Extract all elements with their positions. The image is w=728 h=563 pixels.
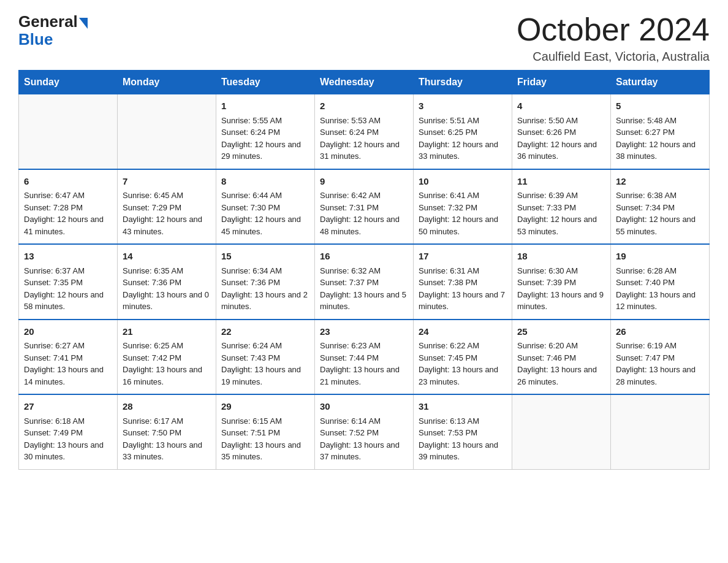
day-info: Sunrise: 6:37 AMSunset: 7:35 PMDaylight:…	[24, 265, 112, 313]
logo-general-text: General	[18, 12, 78, 31]
calendar-cell: 1Sunrise: 5:55 AMSunset: 6:24 PMDaylight…	[216, 94, 315, 169]
day-info: Sunrise: 6:47 AMSunset: 7:28 PMDaylight:…	[24, 190, 112, 237]
calendar-cell: 10Sunrise: 6:41 AMSunset: 7:32 PMDayligh…	[414, 169, 512, 245]
day-info: Sunrise: 6:23 AMSunset: 7:44 PMDaylight:…	[320, 340, 408, 388]
day-number: 28	[123, 400, 211, 414]
day-number: 15	[221, 250, 309, 264]
day-number: 11	[517, 175, 605, 189]
calendar-week-row: 20Sunrise: 6:27 AMSunset: 7:41 PMDayligh…	[19, 320, 710, 395]
day-info: Sunrise: 6:35 AMSunset: 7:36 PMDaylight:…	[123, 265, 211, 313]
day-number: 30	[320, 400, 408, 414]
calendar-cell: 27Sunrise: 6:18 AMSunset: 7:49 PMDayligh…	[19, 394, 118, 469]
day-info: Sunrise: 6:19 AMSunset: 7:47 PMDaylight:…	[616, 340, 704, 388]
day-number: 19	[616, 250, 704, 264]
calendar-header-sunday: Sunday	[19, 71, 118, 94]
calendar-header-friday: Friday	[512, 71, 611, 94]
calendar-cell: 24Sunrise: 6:22 AMSunset: 7:45 PMDayligh…	[414, 320, 512, 395]
calendar-header-wednesday: Wednesday	[315, 71, 414, 94]
calendar-header-monday: Monday	[118, 71, 216, 94]
calendar-cell: 3Sunrise: 5:51 AMSunset: 6:25 PMDaylight…	[414, 94, 512, 169]
calendar-cell: 30Sunrise: 6:14 AMSunset: 7:52 PMDayligh…	[315, 394, 414, 469]
logo-triangle-icon	[79, 18, 88, 29]
calendar-cell: 6Sunrise: 6:47 AMSunset: 7:28 PMDaylight…	[19, 169, 118, 245]
day-number: 26	[616, 325, 704, 339]
calendar-cell: 2Sunrise: 5:53 AMSunset: 6:24 PMDaylight…	[315, 94, 414, 169]
calendar-cell: 17Sunrise: 6:31 AMSunset: 7:38 PMDayligh…	[414, 244, 512, 320]
calendar-cell: 22Sunrise: 6:24 AMSunset: 7:43 PMDayligh…	[216, 320, 315, 395]
calendar-cell: 4Sunrise: 5:50 AMSunset: 6:26 PMDaylight…	[512, 94, 611, 169]
calendar-cell: 23Sunrise: 6:23 AMSunset: 7:44 PMDayligh…	[315, 320, 414, 395]
calendar-cell: 19Sunrise: 6:28 AMSunset: 7:40 PMDayligh…	[611, 244, 710, 320]
day-info: Sunrise: 5:53 AMSunset: 6:24 PMDaylight:…	[320, 115, 408, 163]
calendar-cell: 29Sunrise: 6:15 AMSunset: 7:51 PMDayligh…	[216, 394, 315, 469]
day-number: 14	[123, 250, 211, 264]
day-number: 12	[616, 175, 704, 189]
day-info: Sunrise: 5:50 AMSunset: 6:26 PMDaylight:…	[517, 115, 605, 163]
day-info: Sunrise: 6:34 AMSunset: 7:36 PMDaylight:…	[221, 265, 309, 313]
day-number: 24	[419, 325, 507, 339]
day-info: Sunrise: 6:38 AMSunset: 7:34 PMDaylight:…	[616, 190, 704, 237]
calendar-cell: 9Sunrise: 6:42 AMSunset: 7:31 PMDaylight…	[315, 169, 414, 245]
day-number: 2	[320, 99, 408, 113]
day-number: 31	[419, 400, 507, 414]
day-number: 13	[24, 250, 112, 264]
day-number: 4	[517, 99, 605, 113]
calendar-cell: 31Sunrise: 6:13 AMSunset: 7:53 PMDayligh…	[414, 394, 512, 469]
logo: General Blue	[18, 12, 88, 47]
day-info: Sunrise: 6:22 AMSunset: 7:45 PMDaylight:…	[419, 340, 507, 388]
day-info: Sunrise: 5:48 AMSunset: 6:27 PMDaylight:…	[616, 115, 704, 163]
day-number: 21	[123, 325, 211, 339]
day-number: 18	[517, 250, 605, 264]
day-number: 6	[24, 175, 112, 189]
day-info: Sunrise: 6:18 AMSunset: 7:49 PMDaylight:…	[24, 415, 112, 463]
day-number: 29	[221, 400, 309, 414]
day-number: 7	[123, 175, 211, 189]
day-info: Sunrise: 6:13 AMSunset: 7:53 PMDaylight:…	[419, 415, 507, 463]
calendar-cell	[512, 394, 611, 469]
location-title: Caulfield East, Victoria, Australia	[517, 50, 710, 64]
day-info: Sunrise: 6:31 AMSunset: 7:38 PMDaylight:…	[419, 265, 507, 313]
day-number: 22	[221, 325, 309, 339]
day-number: 8	[221, 175, 309, 189]
calendar-header-saturday: Saturday	[611, 71, 710, 94]
day-info: Sunrise: 5:55 AMSunset: 6:24 PMDaylight:…	[221, 115, 309, 163]
calendar-cell: 20Sunrise: 6:27 AMSunset: 7:41 PMDayligh…	[19, 320, 118, 395]
calendar-header-tuesday: Tuesday	[216, 71, 315, 94]
day-number: 27	[24, 400, 112, 414]
day-number: 20	[24, 325, 112, 339]
day-info: Sunrise: 6:39 AMSunset: 7:33 PMDaylight:…	[517, 190, 605, 237]
day-info: Sunrise: 6:42 AMSunset: 7:31 PMDaylight:…	[320, 190, 408, 237]
calendar-cell: 11Sunrise: 6:39 AMSunset: 7:33 PMDayligh…	[512, 169, 611, 245]
calendar-cell: 28Sunrise: 6:17 AMSunset: 7:50 PMDayligh…	[118, 394, 216, 469]
day-number: 10	[419, 175, 507, 189]
day-info: Sunrise: 6:20 AMSunset: 7:46 PMDaylight:…	[517, 340, 605, 388]
calendar-cell: 18Sunrise: 6:30 AMSunset: 7:39 PMDayligh…	[512, 244, 611, 320]
calendar-cell: 15Sunrise: 6:34 AMSunset: 7:36 PMDayligh…	[216, 244, 315, 320]
day-number: 3	[419, 99, 507, 113]
page-header: General Blue October 2024 Caulfield East…	[18, 12, 710, 64]
calendar-cell	[118, 94, 216, 169]
day-info: Sunrise: 6:32 AMSunset: 7:37 PMDaylight:…	[320, 265, 408, 313]
day-info: Sunrise: 5:51 AMSunset: 6:25 PMDaylight:…	[419, 115, 507, 163]
calendar-cell: 7Sunrise: 6:45 AMSunset: 7:29 PMDaylight…	[118, 169, 216, 245]
day-info: Sunrise: 6:14 AMSunset: 7:52 PMDaylight:…	[320, 415, 408, 463]
calendar-cell: 12Sunrise: 6:38 AMSunset: 7:34 PMDayligh…	[611, 169, 710, 245]
day-number: 16	[320, 250, 408, 264]
day-info: Sunrise: 6:15 AMSunset: 7:51 PMDaylight:…	[221, 415, 309, 463]
calendar-cell: 13Sunrise: 6:37 AMSunset: 7:35 PMDayligh…	[19, 244, 118, 320]
calendar-cell: 16Sunrise: 6:32 AMSunset: 7:37 PMDayligh…	[315, 244, 414, 320]
calendar-cell: 14Sunrise: 6:35 AMSunset: 7:36 PMDayligh…	[118, 244, 216, 320]
calendar-header-thursday: Thursday	[414, 71, 512, 94]
calendar-week-row: 27Sunrise: 6:18 AMSunset: 7:49 PMDayligh…	[19, 394, 710, 469]
calendar-week-row: 1Sunrise: 5:55 AMSunset: 6:24 PMDaylight…	[19, 94, 710, 169]
month-title: October 2024	[517, 12, 710, 47]
calendar-cell: 21Sunrise: 6:25 AMSunset: 7:42 PMDayligh…	[118, 320, 216, 395]
calendar-table: SundayMondayTuesdayWednesdayThursdayFrid…	[18, 70, 710, 470]
calendar-week-row: 6Sunrise: 6:47 AMSunset: 7:28 PMDaylight…	[19, 169, 710, 245]
calendar-cell: 25Sunrise: 6:20 AMSunset: 7:46 PMDayligh…	[512, 320, 611, 395]
day-info: Sunrise: 6:24 AMSunset: 7:43 PMDaylight:…	[221, 340, 309, 388]
day-info: Sunrise: 6:30 AMSunset: 7:39 PMDaylight:…	[517, 265, 605, 313]
calendar-cell	[611, 394, 710, 469]
logo-blue-text: Blue	[18, 31, 53, 47]
day-number: 1	[221, 99, 309, 113]
